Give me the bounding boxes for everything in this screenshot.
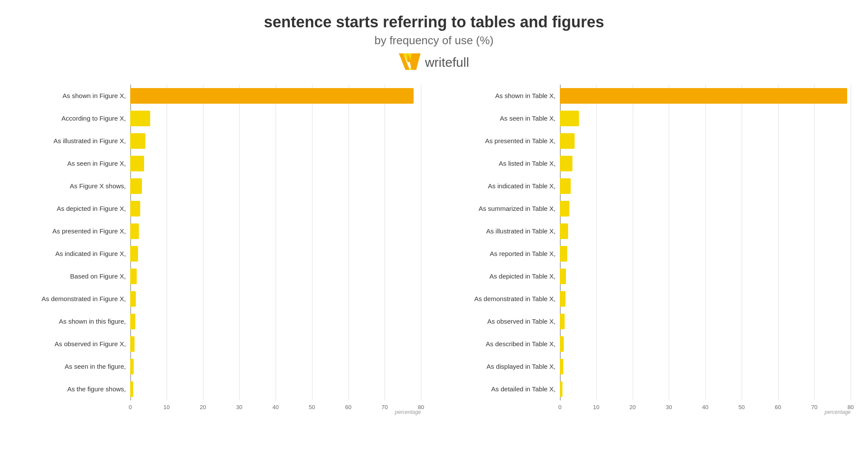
bar-fill [560, 178, 571, 194]
bar-track [130, 152, 421, 175]
x-tick-label: 20 [200, 404, 206, 410]
bar-label: As observed in Table X, [447, 318, 560, 325]
bar-label: As demonstrated in Figure X, [17, 295, 130, 303]
bar-row: As presented in Figure X, [17, 220, 421, 243]
bar-label: As summarized in Table X, [447, 205, 560, 213]
bar-track [560, 265, 851, 288]
bar-fill [560, 314, 565, 329]
bar-row: As indicated in Figure X, [17, 243, 421, 265]
bar-row: As detailed in Table X, [447, 378, 851, 400]
bar-label: As shown in this figure, [17, 318, 130, 325]
bar-row: As the figure shows, [17, 378, 421, 400]
bar-label: According to Figure X, [17, 115, 130, 122]
x-tick-label: 0 [128, 404, 132, 410]
bar-row: As shown in this figure, [17, 310, 421, 333]
bar-track [130, 220, 421, 243]
x-tick-label: 10 [593, 404, 599, 410]
bar-row: As observed in Table X, [447, 310, 851, 333]
bar-track [560, 288, 851, 310]
x-tick-label: 70 [381, 404, 388, 410]
bar-label: As described in Table X, [447, 340, 560, 348]
x-tick-label: 20 [629, 404, 635, 410]
bar-track [130, 378, 421, 400]
bar-fill [130, 359, 134, 374]
bar-fill [130, 156, 144, 171]
bar-label: As indicated in Figure X, [17, 250, 130, 258]
logo-text: writefull [425, 55, 469, 70]
bar-row: As presented in Table X, [447, 130, 851, 152]
bar-label: As indicated in Table X, [447, 182, 560, 190]
bar-row: As displayed in Table X, [447, 355, 851, 378]
writefull-logo-icon [399, 53, 421, 72]
logo-area: writefull [17, 53, 851, 72]
bar-track [130, 243, 421, 265]
bar-fill [130, 336, 135, 352]
bar-row: As shown in Figure X, [17, 85, 421, 107]
bar-row: As seen in Figure X, [17, 152, 421, 175]
bar-label: As depicted in Figure X, [17, 205, 130, 213]
x-axis: 01020304050607080percentage [130, 402, 421, 415]
bar-row: According to Figure X, [17, 107, 421, 130]
bar-fill [560, 223, 568, 239]
bar-track [560, 152, 851, 175]
x-tick-label: 30 [666, 404, 672, 410]
bar-fill [130, 269, 137, 284]
bar-fill [130, 381, 133, 397]
bar-label: As presented in Table X, [447, 137, 560, 145]
bar-track [130, 355, 421, 378]
bar-track [560, 85, 851, 107]
bar-label: As illustrated in Figure X, [17, 137, 130, 145]
bar-label: As reported in Table X, [447, 250, 560, 258]
bar-track [130, 107, 421, 130]
bar-fill [130, 201, 140, 216]
bar-row: As seen in Table X, [447, 107, 851, 130]
bar-fill [560, 336, 564, 352]
bar-fill [560, 269, 566, 284]
x-tick-label: 60 [775, 404, 781, 410]
bar-row: As reported in Table X, [447, 243, 851, 265]
bar-track [130, 288, 421, 310]
x-tick-label: 0 [558, 404, 561, 410]
x-axis-percentage-label: percentage [395, 409, 421, 415]
bar-row: As depicted in Figure X, [17, 197, 421, 220]
bar-fill [560, 111, 579, 126]
x-tick-label: 50 [309, 404, 315, 410]
bar-track [560, 333, 851, 355]
bar-row: As described in Table X, [447, 333, 851, 355]
bar-track [560, 175, 851, 197]
bar-row: As listed in Table X, [447, 152, 851, 175]
bar-label: As illustrated in Table X, [447, 227, 560, 235]
bar-row: As observed in Figure X, [17, 333, 421, 355]
x-tick-label: 70 [811, 404, 817, 410]
bar-label: As displayed in Table X, [447, 363, 560, 370]
bar-label: As seen in Figure X, [17, 160, 130, 167]
bar-fill [130, 314, 135, 329]
bar-track [130, 265, 421, 288]
bar-track [130, 197, 421, 220]
bar-fill [130, 223, 139, 239]
svg-marker-4 [410, 53, 421, 70]
x-tick-label: 40 [273, 404, 279, 410]
bar-row: As seen in the figure, [17, 355, 421, 378]
bar-label: As shown in Figure X, [17, 92, 130, 100]
bar-row: As shown in Table X, [447, 85, 851, 107]
page-title: sentence starts referring to tables and … [17, 13, 851, 31]
bar-label: As observed in Figure X, [17, 340, 130, 348]
x-tick-label: 60 [345, 404, 351, 410]
bar-row: As Figure X shows, [17, 175, 421, 197]
bar-fill [130, 88, 414, 104]
bar-row: As illustrated in Figure X, [17, 130, 421, 152]
bar-row: As demonstrated in Table X, [447, 288, 851, 310]
bar-label: As listed in Table X, [447, 160, 560, 167]
bar-track [130, 175, 421, 197]
bar-row: As illustrated in Table X, [447, 220, 851, 243]
bar-row: As depicted in Table X, [447, 265, 851, 288]
figure-panel-chart: As shown in Figure X,According to Figure… [17, 85, 421, 415]
bar-fill [130, 291, 136, 307]
bar-fill [560, 359, 563, 374]
x-tick-label: 10 [164, 404, 170, 410]
bar-track [130, 85, 421, 107]
bar-fill [560, 201, 569, 216]
bar-fill [560, 381, 562, 397]
bar-row: As summarized in Table X, [447, 197, 851, 220]
